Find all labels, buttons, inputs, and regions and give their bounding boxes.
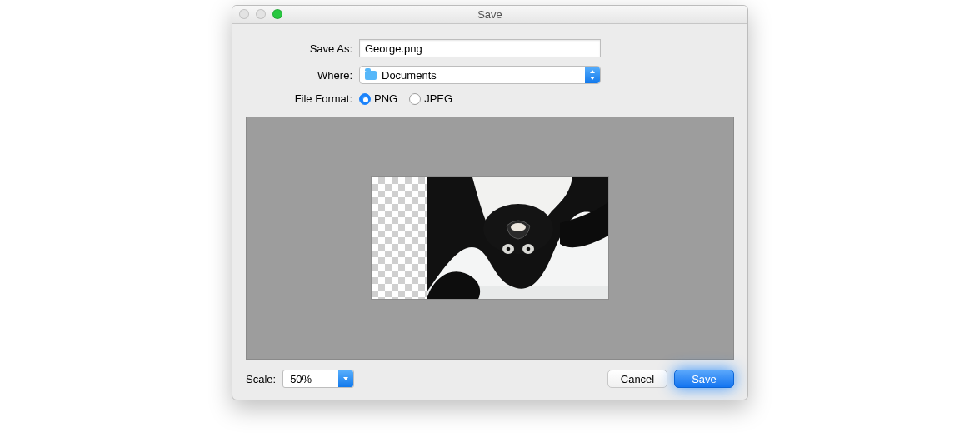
window-controls	[239, 9, 282, 19]
radio-dot-icon	[409, 93, 421, 105]
save-form: Save As: Where: Documents File Format: P…	[232, 24, 748, 117]
scale-select[interactable]: 50%	[282, 370, 354, 388]
save-button[interactable]: Save	[674, 370, 734, 388]
image-preview	[372, 177, 608, 299]
format-jpeg-label: JPEG	[424, 92, 452, 105]
window-title: Save	[478, 8, 502, 21]
where-value: Documents	[382, 69, 437, 82]
cancel-button[interactable]: Cancel	[608, 370, 668, 388]
transparency-grid	[372, 177, 427, 299]
file-format-label: File Format:	[246, 92, 359, 105]
stepper-arrows-icon	[585, 67, 600, 83]
bottom-bar: Scale: 50% Cancel Save	[232, 360, 748, 400]
where-label: Where:	[246, 69, 359, 82]
preview-area	[246, 117, 734, 360]
chevron-down-icon	[338, 370, 353, 387]
save-dialog: Save Save As: Where: Documents File Form…	[232, 5, 748, 400]
scale-label: Scale:	[246, 373, 276, 385]
cancel-label: Cancel	[621, 373, 654, 385]
preview-image	[427, 177, 608, 299]
zoom-window-button[interactable]	[272, 9, 282, 19]
folder-icon	[365, 71, 377, 80]
svg-point-7	[527, 247, 531, 251]
where-popup[interactable]: Documents	[359, 66, 601, 84]
filename-input[interactable]	[359, 39, 601, 57]
scale-value: 50%	[290, 373, 312, 385]
save-as-label: Save As:	[246, 42, 359, 55]
save-label: Save	[692, 373, 717, 385]
format-png-label: PNG	[374, 92, 398, 105]
radio-dot-icon	[359, 93, 371, 105]
format-radio-jpeg[interactable]: JPEG	[409, 92, 452, 105]
svg-point-3	[511, 223, 526, 231]
close-window-button[interactable]	[239, 9, 249, 19]
titlebar: Save	[232, 6, 748, 24]
format-radio-png[interactable]: PNG	[359, 92, 398, 105]
svg-point-6	[507, 247, 511, 251]
minimize-window-button[interactable]	[256, 9, 266, 19]
